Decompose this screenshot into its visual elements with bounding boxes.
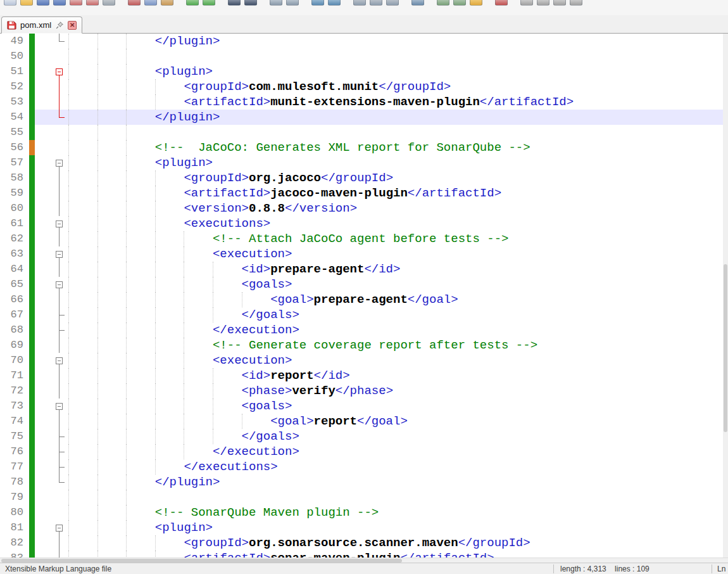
word-wrap-icon[interactable] bbox=[353, 0, 366, 6]
fold-margin[interactable] bbox=[52, 353, 67, 368]
code-text[interactable]: <groupId>org.sonarsource.scanner.maven</… bbox=[67, 535, 723, 551]
zoom-out-icon[interactable] bbox=[286, 0, 299, 6]
line-number[interactable]: 63 bbox=[0, 246, 29, 262]
line-number[interactable]: 51 bbox=[0, 64, 29, 79]
code-text[interactable]: <!-- Attach JaCoCo agent before tests --… bbox=[67, 231, 723, 246]
save-all-icon[interactable] bbox=[53, 0, 66, 6]
monitoring-icon[interactable] bbox=[495, 0, 508, 6]
line-number[interactable]: 67 bbox=[0, 307, 29, 322]
line-number[interactable]: 81 bbox=[0, 520, 29, 535]
line-number[interactable]: 49 bbox=[0, 34, 29, 49]
code-text[interactable]: <executions> bbox=[67, 216, 723, 231]
zoom-in-icon[interactable] bbox=[270, 0, 282, 6]
code-text[interactable]: </goals> bbox=[67, 307, 723, 322]
line-number[interactable]: 58 bbox=[0, 170, 29, 186]
line-number[interactable]: 78 bbox=[0, 475, 29, 490]
code-text[interactable]: </execution> bbox=[67, 444, 723, 459]
horizontal-scrollbar[interactable] bbox=[0, 558, 728, 563]
line-number[interactable]: 73 bbox=[0, 399, 29, 414]
line-number[interactable]: 82 bbox=[0, 535, 29, 551]
code-text[interactable]: <id>report</id> bbox=[67, 368, 723, 383]
indent-guide-icon[interactable] bbox=[386, 0, 399, 6]
code-text[interactable]: <execution> bbox=[67, 353, 723, 368]
print-icon[interactable] bbox=[103, 0, 115, 6]
record-macro-icon[interactable] bbox=[520, 0, 533, 6]
close-icon[interactable] bbox=[70, 0, 82, 6]
sync-vertical-icon[interactable] bbox=[311, 0, 324, 6]
line-number[interactable]: 62 bbox=[0, 231, 29, 246]
code-text[interactable]: <plugin> bbox=[67, 155, 723, 170]
copy-icon[interactable] bbox=[144, 0, 157, 6]
cut-icon[interactable] bbox=[128, 0, 141, 6]
fold-margin[interactable] bbox=[52, 277, 67, 292]
fold-toggle-icon[interactable] bbox=[56, 357, 63, 364]
line-number[interactable]: 71 bbox=[0, 368, 29, 383]
line-number[interactable]: 66 bbox=[0, 292, 29, 307]
line-number[interactable]: 75 bbox=[0, 429, 29, 444]
code-text[interactable]: <goal>report</goal> bbox=[67, 414, 723, 429]
line-number[interactable]: 76 bbox=[0, 444, 29, 459]
line-number[interactable]: 52 bbox=[0, 79, 29, 94]
fold-margin[interactable] bbox=[52, 216, 67, 231]
function-list-icon[interactable] bbox=[453, 0, 466, 6]
undo-icon[interactable] bbox=[186, 0, 199, 6]
line-number[interactable]: 74 bbox=[0, 414, 29, 429]
fold-toggle-icon[interactable] bbox=[56, 160, 63, 167]
fold-toggle-icon[interactable] bbox=[56, 251, 63, 258]
show-all-characters-icon[interactable] bbox=[370, 0, 382, 6]
line-number[interactable]: 80 bbox=[0, 505, 29, 520]
line-number[interactable]: 77 bbox=[0, 459, 29, 475]
code-text[interactable]: <!-- SonarQube Maven plugin --> bbox=[67, 505, 723, 520]
code-text[interactable] bbox=[67, 490, 723, 505]
code-area[interactable]: 49</plugin>5051<plugin>52<groupId>com.mu… bbox=[0, 34, 723, 558]
code-text[interactable]: <version>0.8.8</version> bbox=[67, 201, 723, 216]
fold-toggle-icon[interactable] bbox=[56, 68, 63, 75]
fold-margin[interactable] bbox=[52, 399, 67, 414]
find-icon[interactable] bbox=[228, 0, 241, 6]
define-language-icon[interactable] bbox=[411, 0, 424, 6]
code-text[interactable]: </execution> bbox=[67, 322, 723, 338]
code-text[interactable]: <id>prepare-agent</id> bbox=[67, 262, 723, 277]
code-text[interactable]: <goals> bbox=[67, 399, 723, 414]
line-number[interactable]: 65 bbox=[0, 277, 29, 292]
line-number[interactable]: 56 bbox=[0, 140, 29, 155]
replace-icon[interactable] bbox=[244, 0, 257, 6]
fold-margin[interactable] bbox=[52, 520, 67, 535]
code-text[interactable]: <goal>prepare-agent</goal> bbox=[67, 292, 723, 307]
line-number[interactable]: 79 bbox=[0, 490, 29, 505]
line-number[interactable]: 61 bbox=[0, 216, 29, 231]
playback-macro-icon[interactable] bbox=[553, 0, 566, 6]
line-number[interactable]: 60 bbox=[0, 201, 29, 216]
code-text[interactable]: <groupId>org.jacoco</groupId> bbox=[67, 170, 723, 186]
fold-toggle-icon[interactable] bbox=[56, 403, 63, 410]
line-number[interactable]: 53 bbox=[0, 94, 29, 110]
pin-icon[interactable] bbox=[55, 21, 64, 30]
code-text[interactable]: </goals> bbox=[67, 429, 723, 444]
code-text[interactable]: </plugin> bbox=[67, 34, 723, 49]
close-all-icon[interactable] bbox=[86, 0, 99, 6]
line-number[interactable]: 70 bbox=[0, 353, 29, 368]
fold-toggle-icon[interactable] bbox=[56, 220, 63, 227]
sync-horizontal-icon[interactable] bbox=[328, 0, 341, 6]
stop-macro-icon[interactable] bbox=[537, 0, 549, 6]
tab-close-button[interactable]: ✕ bbox=[68, 21, 77, 30]
code-text[interactable]: <execution> bbox=[67, 246, 723, 262]
document-map-icon[interactable] bbox=[437, 0, 449, 6]
code-text[interactable]: <goals> bbox=[67, 277, 723, 292]
save-macro-icon[interactable] bbox=[570, 0, 582, 6]
line-number[interactable]: 54 bbox=[0, 110, 29, 125]
code-text[interactable]: <artifactId>jacoco-maven-plugin</artifac… bbox=[67, 186, 723, 201]
code-text[interactable]: <phase>verify</phase> bbox=[67, 383, 723, 399]
fold-margin[interactable] bbox=[52, 246, 67, 262]
code-text[interactable]: <artifactId>munit-extensions-maven-plugi… bbox=[67, 94, 723, 110]
line-number[interactable]: 50 bbox=[0, 49, 29, 64]
vertical-scrollbar[interactable] bbox=[723, 34, 728, 558]
line-number[interactable]: 72 bbox=[0, 383, 29, 399]
fold-margin[interactable] bbox=[52, 155, 67, 170]
line-number[interactable]: 64 bbox=[0, 262, 29, 277]
horizontal-scrollbar-thumb[interactable] bbox=[1, 559, 402, 563]
paste-icon[interactable] bbox=[161, 0, 173, 6]
new-file-icon[interactable] bbox=[4, 0, 16, 6]
tab-pom-xml[interactable]: pom.xml ✕ bbox=[1, 16, 82, 34]
code-text[interactable]: <plugin> bbox=[67, 520, 723, 535]
